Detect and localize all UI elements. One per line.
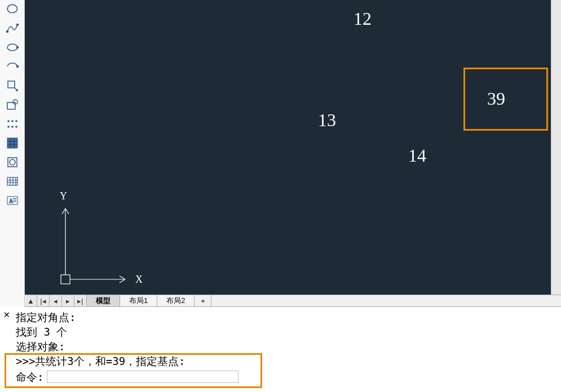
cmd-line-2: 选择对象:: [16, 339, 558, 354]
highlight-rect: [463, 68, 548, 131]
make-block-icon[interactable]: [5, 97, 20, 113]
command-close-icon[interactable]: ✕: [2, 309, 12, 319]
tab-nav-next-icon[interactable]: ▸: [62, 295, 74, 306]
ucs-y-label: Y: [60, 191, 67, 202]
cmd-line-1: 找到 3 个: [16, 324, 558, 339]
svg-rect-20: [61, 275, 70, 284]
table-icon[interactable]: [5, 173, 20, 189]
svg-rect-5: [8, 81, 15, 88]
mtext-icon[interactable]: A: [5, 193, 20, 208]
canvas-text-12[interactable]: 12: [354, 8, 372, 29]
command-panel: ✕ 指定对角点: 找到 3 个 选择对象: >>>共统计3个，和=39，指定基点…: [0, 307, 561, 392]
svg-point-13: [15, 126, 17, 128]
region-icon[interactable]: [5, 154, 20, 170]
svg-rect-14: [7, 138, 17, 148]
insert-block-icon[interactable]: [5, 78, 20, 93]
cmd-line-3: >>>共统计3个，和=39，指定基点:: [16, 354, 558, 368]
svg-point-4: [16, 66, 18, 68]
command-history: 指定对角点: 找到 3 个 选择对象: >>>共统计3个，和=39，指定基点: …: [16, 310, 558, 384]
tab-model[interactable]: 模型: [87, 295, 120, 306]
command-prompt-label: 命令:: [16, 369, 43, 384]
cmd-line-0: 指定对角点:: [16, 310, 558, 324]
tab-add-button[interactable]: +: [195, 295, 211, 306]
svg-point-2: [7, 44, 17, 51]
ellipse-arc-icon[interactable]: [5, 59, 20, 74]
svg-point-10: [15, 120, 17, 122]
svg-point-12: [11, 126, 14, 128]
tab-nav-first-icon[interactable]: |◂: [37, 295, 50, 306]
canvas-scrollbar-vertical[interactable]: [551, 0, 561, 295]
command-input[interactable]: [47, 371, 238, 383]
svg-point-8: [7, 120, 10, 122]
canvas-text-14[interactable]: 14: [408, 145, 426, 166]
ucs-x-label: X: [135, 274, 143, 285]
drawing-canvas[interactable]: 12 13 14 39 X Y: [25, 0, 561, 295]
canvas-text-13[interactable]: 13: [318, 110, 336, 131]
spline-icon[interactable]: [5, 20, 20, 36]
svg-point-9: [11, 120, 14, 122]
hatch-icon[interactable]: [5, 135, 20, 151]
point-icon[interactable]: [5, 116, 20, 132]
revision-cloud-icon[interactable]: [5, 1, 20, 17]
command-input-row: 命令:: [16, 369, 558, 384]
ellipse-edit-icon[interactable]: [5, 39, 20, 55]
layout-tab-bar: ▲ |◂ ◂ ▸ ▸| 模型 布局1 布局2 +: [25, 295, 561, 307]
draw-toolbar: A: [0, 0, 25, 307]
svg-text:A: A: [9, 198, 14, 204]
tab-nav-up-icon[interactable]: ▲: [25, 295, 37, 306]
ucs-icon: X Y: [59, 191, 149, 293]
svg-point-0: [6, 31, 8, 33]
svg-point-3: [16, 47, 18, 48]
svg-point-11: [7, 126, 10, 128]
tab-layout1[interactable]: 布局1: [120, 295, 157, 306]
tab-nav-prev-icon[interactable]: ◂: [50, 295, 62, 306]
svg-point-16: [10, 159, 15, 165]
tab-layout2[interactable]: 布局2: [157, 295, 195, 306]
svg-point-1: [16, 24, 18, 26]
tab-nav-last-icon[interactable]: ▸|: [74, 295, 87, 306]
